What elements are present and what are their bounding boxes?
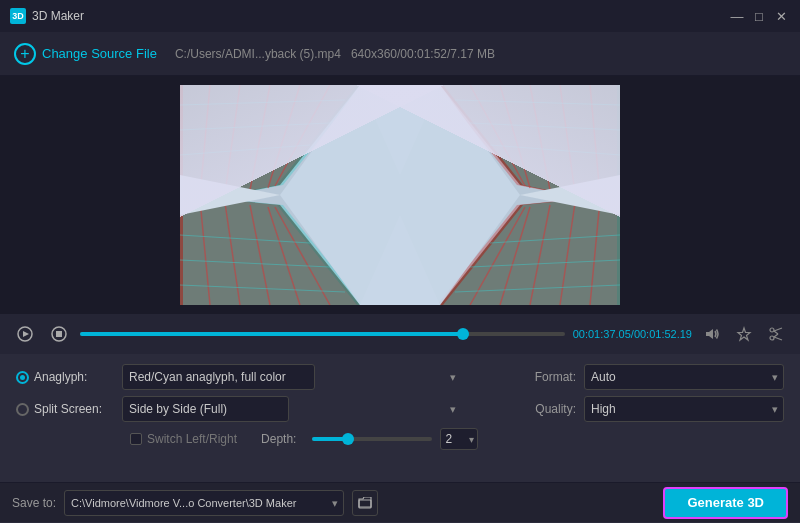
depth-value-wrapper: 1 2 3 4 5 xyxy=(440,428,478,450)
volume-icon xyxy=(704,326,720,342)
stop-button[interactable] xyxy=(46,321,72,347)
file-meta: 640x360/00:01:52/7.17 MB xyxy=(351,47,495,61)
svg-marker-46 xyxy=(360,215,440,305)
svg-line-31 xyxy=(180,285,345,292)
svg-line-58 xyxy=(774,337,782,340)
browse-folder-button[interactable] xyxy=(352,490,378,516)
svg-line-15 xyxy=(590,85,600,195)
svg-line-4 xyxy=(200,85,210,195)
split-screen-radio[interactable] xyxy=(16,403,29,416)
split-screen-select[interactable]: Side by Side (Full) Side by Side (Half W… xyxy=(122,396,289,422)
svg-line-11 xyxy=(180,145,310,155)
svg-line-5 xyxy=(225,85,240,193)
quality-label: Quality: xyxy=(535,402,576,416)
svg-line-10 xyxy=(180,123,330,130)
svg-line-7 xyxy=(268,85,300,188)
file-info: C:/Users/ADMI...yback (5).mp4 640x360/00… xyxy=(175,47,495,61)
svg-line-43 xyxy=(470,260,620,267)
svg-marker-2 xyxy=(180,85,357,205)
depth-thumb xyxy=(342,433,354,445)
anaglyph-radio-label[interactable]: Anaglyph: xyxy=(16,370,116,384)
switch-label[interactable]: Switch Left/Right xyxy=(130,432,237,446)
format-label: Format: xyxy=(535,370,576,384)
title-left: 3D 3D Maker xyxy=(10,8,84,24)
svg-marker-35 xyxy=(437,195,617,305)
depth-value-select[interactable]: 1 2 3 4 5 xyxy=(440,428,478,450)
svg-marker-14 xyxy=(443,85,620,205)
close-button[interactable]: ✕ xyxy=(772,7,790,25)
depth-row: Depth: 1 2 3 4 5 xyxy=(261,428,478,450)
svg-rect-53 xyxy=(56,331,62,337)
time-current: 00:01:37.05 xyxy=(573,328,631,340)
svg-line-28 xyxy=(250,205,270,305)
svg-line-59 xyxy=(774,331,778,334)
progress-bar[interactable] xyxy=(80,332,565,336)
svg-line-20 xyxy=(455,100,620,105)
svg-line-41 xyxy=(470,207,525,305)
svg-line-29 xyxy=(268,207,300,305)
svg-marker-51 xyxy=(23,331,29,337)
split-screen-row: Split Screen: Side by Side (Full) Side b… xyxy=(16,396,486,422)
svg-line-27 xyxy=(225,203,240,305)
anaglyph-radio[interactable] xyxy=(16,371,29,384)
svg-point-55 xyxy=(770,328,774,332)
minimize-button[interactable]: — xyxy=(728,7,746,25)
depth-slider[interactable] xyxy=(312,437,432,441)
svg-rect-0 xyxy=(180,85,620,305)
progress-thumb xyxy=(457,328,469,340)
effects-button[interactable] xyxy=(732,322,756,346)
add-source-button[interactable]: + Change Source File xyxy=(14,43,157,65)
split-screen-select-wrapper: Side by Side (Full) Side by Side (Half W… xyxy=(122,396,462,422)
anaglyph-select[interactable]: Red/Cyan anaglyph, full color Red/Cyan a… xyxy=(122,364,315,390)
svg-line-30 xyxy=(275,207,330,305)
svg-line-21 xyxy=(470,123,620,130)
svg-marker-24 xyxy=(180,195,357,305)
switch-text: Switch Left/Right xyxy=(147,432,237,446)
format-select-wrapper: Auto MP4 MKV AVI xyxy=(584,364,784,390)
save-path-select[interactable]: C:\Vidmore\Vidmore V...o Converter\3D Ma… xyxy=(64,490,344,516)
svg-marker-45 xyxy=(360,85,440,175)
quality-select-wrapper: High Medium Low xyxy=(584,396,784,422)
volume-button[interactable] xyxy=(700,322,724,346)
toolbar: + Change Source File C:/Users/ADMI...yba… xyxy=(0,32,800,76)
svg-line-16 xyxy=(560,85,575,193)
format-select[interactable]: Auto MP4 MKV AVI xyxy=(584,364,784,390)
save-path-wrapper: C:\Vidmore\Vidmore V...o Converter\3D Ma… xyxy=(64,490,344,516)
bottom-bar: Save to: C:\Vidmore\Vidmore V...o Conver… xyxy=(0,482,800,522)
progress-fill xyxy=(80,332,463,336)
svg-line-22 xyxy=(490,145,620,155)
svg-line-44 xyxy=(490,235,620,243)
svg-line-40 xyxy=(500,207,530,305)
switch-checkbox[interactable] xyxy=(130,433,142,445)
maximize-button[interactable]: □ xyxy=(750,7,768,25)
file-path: C:/Users/ADMI...yback (5).mp4 xyxy=(175,47,341,61)
svg-line-38 xyxy=(560,203,575,305)
svg-marker-34 xyxy=(440,195,620,305)
settings-area: Anaglyph: Red/Cyan anaglyph, full color … xyxy=(0,354,800,482)
trim-button[interactable] xyxy=(764,322,788,346)
folder-icon xyxy=(358,497,372,509)
svg-marker-36 xyxy=(443,195,620,305)
play-button[interactable] xyxy=(12,321,38,347)
player-controls: 00:01:37.05/00:01:52.19 xyxy=(0,314,800,354)
settings-row1: Anaglyph: Red/Cyan anaglyph, full color … xyxy=(16,364,784,390)
play-icon xyxy=(17,326,33,342)
generate-3d-button[interactable]: Generate 3D xyxy=(663,487,788,519)
stop-icon xyxy=(51,326,67,342)
scissors-icon xyxy=(768,326,784,342)
svg-point-56 xyxy=(770,336,774,340)
svg-marker-48 xyxy=(520,175,620,215)
svg-line-60 xyxy=(774,334,778,337)
quality-row: Quality: High Medium Low xyxy=(535,396,784,422)
format-row: Format: Auto MP4 MKV AVI xyxy=(535,364,784,390)
split-screen-label: Split Screen: xyxy=(34,402,102,416)
split-screen-radio-label[interactable]: Split Screen: xyxy=(16,402,116,416)
quality-select[interactable]: High Medium Low xyxy=(584,396,784,422)
anaglyph-label: Anaglyph: xyxy=(34,370,87,384)
svg-marker-3 xyxy=(183,85,363,205)
settings-row2: Split Screen: Side by Side (Full) Side b… xyxy=(16,396,784,422)
svg-line-17 xyxy=(530,85,550,190)
anaglyph-select-wrapper: Red/Cyan anaglyph, full color Red/Cyan a… xyxy=(122,364,462,390)
svg-line-39 xyxy=(530,205,550,305)
svg-line-57 xyxy=(774,328,782,331)
